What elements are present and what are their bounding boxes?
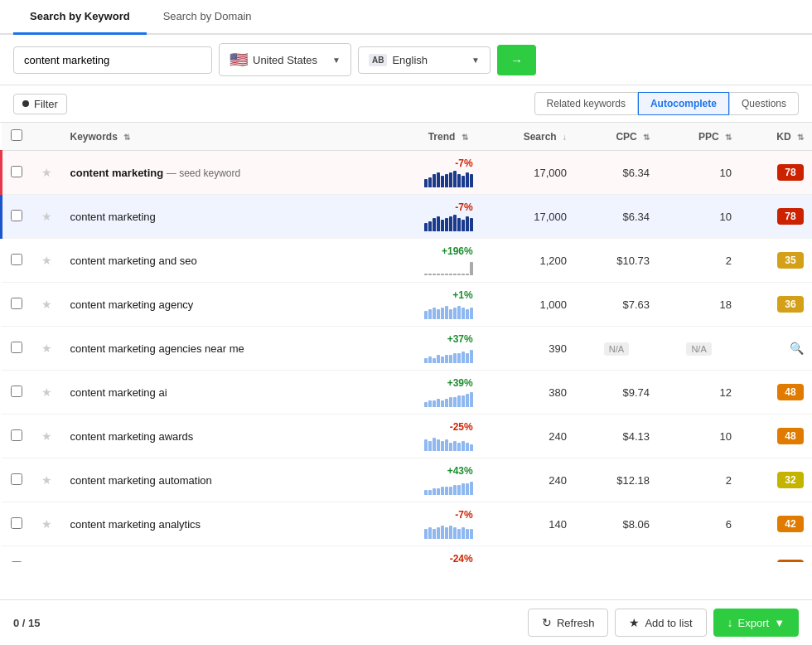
export-label: Export [738, 617, 770, 629]
star-button[interactable]: ★ [40, 560, 54, 562]
kd-badge: 35 [777, 252, 804, 269]
row-checkbox-cell [2, 327, 31, 371]
mini-bar-chart [384, 259, 472, 275]
kd-badge: 36 [777, 296, 804, 313]
mini-bar [428, 356, 432, 363]
row-checkbox[interactable] [11, 386, 22, 397]
mini-bar [445, 174, 448, 187]
table-row: ★content marketing agencies near me+37%3… [2, 327, 813, 371]
row-checkbox[interactable] [11, 210, 22, 221]
row-checkbox[interactable] [11, 517, 22, 529]
star-button[interactable]: ★ [40, 384, 54, 400]
mini-bar [445, 306, 448, 319]
row-checkbox[interactable] [11, 429, 22, 441]
kd-cell: 78 [740, 151, 812, 195]
ppc-cell: 6 [658, 502, 740, 546]
row-checkbox[interactable] [11, 342, 22, 353]
tab-search-by-domain[interactable]: Search by Domain [147, 0, 268, 35]
export-button[interactable]: ↓ Export ▼ [713, 609, 799, 637]
country-select[interactable]: 🇺🇸 United States ▼ [219, 43, 351, 76]
ppc-cell: 2 [658, 458, 740, 502]
mini-bar [428, 527, 432, 539]
mini-bar [466, 394, 469, 407]
col-cpc[interactable]: CPC ⇅ [575, 123, 658, 151]
selection-count: 0 / 15 [13, 617, 41, 629]
mini-bar [437, 488, 440, 495]
kd-cell: 48 [740, 415, 812, 458]
mini-bar-chart [384, 478, 472, 495]
mini-bar [424, 358, 428, 363]
mini-bar [441, 220, 444, 231]
language-select[interactable]: AB English ▼ [358, 46, 491, 74]
mini-bar [466, 216, 469, 231]
col-check [2, 123, 31, 151]
mini-bar [457, 353, 461, 363]
keyword-input[interactable] [13, 46, 212, 74]
mini-bar [428, 221, 432, 231]
keywords-sort-icon: ⇅ [123, 133, 130, 142]
refresh-icon: ↻ [542, 616, 552, 629]
mini-bar [424, 490, 428, 495]
filter-toggle[interactable]: Filter [13, 94, 67, 114]
mini-bar [433, 274, 436, 275]
mini-bar [457, 395, 461, 407]
row-checkbox[interactable] [11, 298, 22, 309]
mini-bar [470, 444, 473, 451]
row-checkbox-cell [2, 415, 31, 458]
star-button[interactable]: ★ [40, 252, 54, 269]
kd-badge: 42 [777, 516, 804, 532]
mini-bar [449, 309, 452, 319]
mini-bar [445, 399, 448, 407]
mini-bar [453, 308, 457, 319]
mini-bar [428, 177, 432, 187]
cpc-cell: $10.73 [575, 239, 658, 283]
na-badge: N/A [686, 342, 711, 356]
table-row: ★content marketing automation+43%240$12.… [2, 458, 813, 502]
row-checkbox[interactable] [11, 561, 22, 563]
row-star-cell: ★ [31, 239, 62, 283]
mini-bar [445, 487, 448, 495]
mini-bar [428, 441, 432, 451]
table-row: ★content marketing ai+39%380$9.741248 [2, 371, 813, 415]
star-button[interactable]: ★ [40, 472, 54, 488]
search-volume-cell: 1,200 [476, 239, 575, 283]
star-button[interactable]: ★ [40, 296, 54, 313]
row-checkbox[interactable] [11, 254, 22, 265]
kd-cell: 35 [740, 239, 812, 283]
keyword-text: content marketing [70, 167, 164, 179]
star-button[interactable]: ★ [40, 208, 54, 225]
ppc-cell: 18 [658, 283, 740, 327]
col-keywords[interactable]: Keywords ⇅ [62, 123, 377, 151]
col-trend[interactable]: Trend ⇅ [376, 123, 476, 151]
refresh-button[interactable]: ↻ Refresh [528, 609, 609, 637]
star-button[interactable]: ★ [40, 164, 54, 181]
top-tabs: Search by Keyword Search by Domain [0, 0, 812, 35]
mini-bar [449, 355, 452, 363]
star-button[interactable]: ★ [40, 340, 54, 356]
keywords-table-container: Keywords ⇅ Trend ⇅ Search ↓ CPC ⇅ PPC ⇅ … [0, 123, 812, 562]
col-kd[interactable]: KD ⇅ [740, 123, 812, 151]
col-ppc[interactable]: PPC ⇅ [658, 123, 740, 151]
tab-search-by-keyword[interactable]: Search by Keyword [13, 0, 147, 35]
col-search[interactable]: Search ↓ [476, 123, 575, 151]
questions-btn[interactable]: Questions [729, 92, 799, 115]
row-checkbox[interactable] [11, 166, 22, 177]
row-checkbox[interactable] [11, 473, 22, 485]
mini-bar [445, 439, 448, 451]
related-keywords-btn[interactable]: Related keywords [534, 92, 638, 115]
kd-cell: 48 [740, 371, 812, 415]
select-all-checkbox[interactable] [11, 129, 22, 141]
trend-cell: +43% [376, 458, 476, 502]
search-volume-cell: 70 [476, 546, 575, 563]
search-button[interactable]: → [497, 45, 536, 75]
star-button[interactable]: ★ [40, 428, 54, 444]
mini-bar [424, 439, 428, 451]
star-button[interactable]: ★ [40, 516, 54, 532]
keyword-text: content marketing and seo [70, 255, 197, 267]
autocomplete-btn[interactable]: Autocomplete [638, 92, 729, 115]
trend-cell: +196% [376, 239, 476, 283]
mini-bar [470, 350, 473, 363]
search-sort-icon: ↓ [563, 133, 567, 142]
add-to-list-button[interactable]: ★ Add to list [615, 609, 706, 637]
mini-bar [428, 309, 432, 319]
